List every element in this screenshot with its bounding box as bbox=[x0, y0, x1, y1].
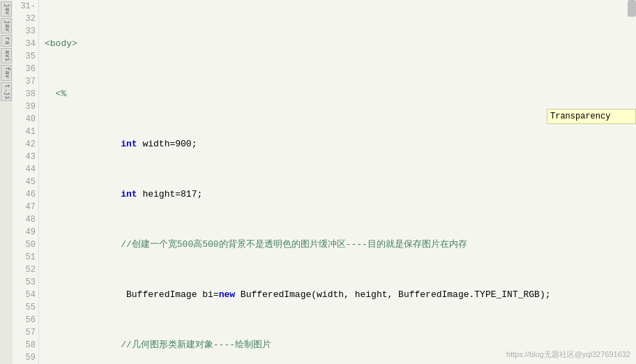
transparency-tooltip: Transparency bbox=[547, 109, 636, 124]
transparency-label: Transparency bbox=[550, 112, 610, 121]
scrollbar-thumb[interactable] bbox=[628, 0, 636, 17]
code-line-32: <% bbox=[45, 88, 636, 100]
sidebar-item-0[interactable]: jav bbox=[1, 1, 12, 17]
code-line-35: //创建一个宽500高500的背景不是透明色的图片缓冲区----目的就是保存图片… bbox=[45, 238, 636, 251]
code-content[interactable]: <body> <% int width=900; int height=817;… bbox=[39, 0, 636, 364]
line-numbers: 31- 32 33 34 35 36 37 38 39 40 41 42 43 … bbox=[13, 0, 39, 364]
code-line-34: int height=817; bbox=[45, 188, 636, 201]
sidebar-item-4[interactable]: fav bbox=[1, 65, 12, 80]
watermark-text: https://blog无题社区@yql327691632 bbox=[506, 350, 630, 358]
sidebar-item-2[interactable]: ra bbox=[1, 35, 12, 47]
watermark: https://blog无题社区@yql327691632 bbox=[506, 349, 630, 360]
code-line-36: BufferedImage bi=new BufferedImage(width… bbox=[45, 289, 636, 301]
sidebar-item-5[interactable]: t.ji bbox=[1, 82, 12, 102]
sidebar-icons: jav jav ra avi fav t.ji bbox=[0, 0, 13, 364]
sidebar-item-3[interactable]: avi bbox=[1, 48, 12, 63]
editor-container: jav jav ra avi fav t.ji 31- 32 33 34 35 … bbox=[0, 0, 636, 364]
code-line-33: int width=900; bbox=[45, 138, 636, 151]
code-line-31: <body> bbox=[45, 38, 636, 50]
sidebar-item-1[interactable]: jav bbox=[1, 18, 12, 33]
